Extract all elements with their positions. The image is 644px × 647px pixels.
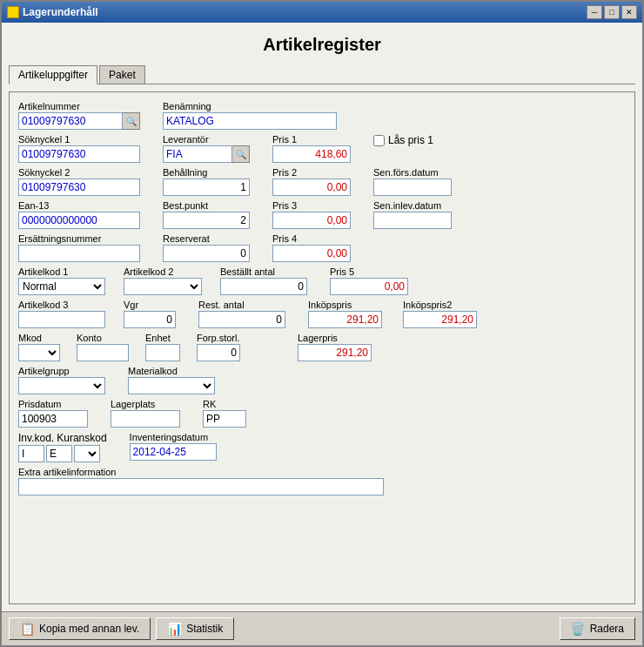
- lagerpris-input[interactable]: 291,20: [298, 344, 372, 361]
- pris4-input[interactable]: 0,00: [272, 245, 351, 262]
- ean13-input[interactable]: 0000000000000: [18, 212, 140, 229]
- pris1-group: Pris 1 418,60: [272, 134, 351, 163]
- lagerplats-input[interactable]: [111, 410, 180, 428]
- ersattningsnummer-input[interactable]: [18, 245, 140, 262]
- row-10: Prisdatum 100903 Lagerplats RK PP: [18, 399, 626, 428]
- tab-paket[interactable]: Paket: [99, 65, 145, 84]
- artikelkod2-label: Artikelkod 2: [124, 266, 202, 277]
- leverantor-browse-button[interactable]: 🔍: [232, 145, 250, 163]
- artikelnummer-browse-button[interactable]: 🔍: [123, 112, 140, 130]
- row-12: Extra artikelinformation: [18, 467, 626, 495]
- materialkod-select[interactable]: [128, 377, 215, 394]
- row-1: Artikelnummer 01009797630 🔍 Benämning KA…: [18, 101, 626, 130]
- leverantor-input-group: FIA 🔍: [163, 145, 250, 163]
- reserverat-input[interactable]: 0: [163, 245, 250, 262]
- row-6: Artikelkod 1 Normal Artikelkod 2 Beställ…: [18, 266, 626, 295]
- pris2-group: Pris 2 0,00: [272, 167, 351, 196]
- rk-input[interactable]: PP: [203, 410, 246, 428]
- bottom-bar: 📋 Kopia med annan lev. 📊 Statistik 🗑️ Ra…: [2, 611, 642, 645]
- benamning-group: Benämning KATALOG: [163, 101, 337, 130]
- vgr-input[interactable]: 0: [124, 311, 176, 328]
- kuranskod-select[interactable]: [74, 445, 100, 462]
- artikelkod2-group: Artikelkod 2: [124, 266, 202, 295]
- ean13-label: Ean-13: [18, 200, 140, 211]
- close-button[interactable]: ✕: [621, 5, 637, 19]
- rest-antal-input[interactable]: 0: [198, 311, 285, 328]
- pris2-input[interactable]: 0,00: [272, 179, 351, 196]
- artikelkod1-select[interactable]: Normal: [18, 278, 105, 295]
- behallning-group: Behållning 1: [163, 167, 250, 196]
- prisdatum-group: Prisdatum 100903: [18, 399, 88, 428]
- minimize-button[interactable]: ─: [587, 5, 602, 19]
- soknyckel1-label: Söknyckel 1: [18, 134, 140, 145]
- leverantor-label: Leverantör: [163, 134, 250, 145]
- titlebar: Lagerunderhåll ─ □ ✕: [2, 2, 642, 23]
- tab-artikeluppgifter[interactable]: Artikeluppgifter: [9, 65, 97, 84]
- pris3-input[interactable]: 0,00: [272, 212, 351, 229]
- bestalt-antal-label: Beställt antal: [220, 266, 307, 277]
- sen-fors-input[interactable]: [373, 179, 452, 196]
- enhet-group: Enhet: [145, 333, 180, 361]
- lagerpris-group: Lagerpris 291,20: [298, 333, 372, 361]
- artikelnummer-group: Artikelnummer 01009797630 🔍: [18, 101, 140, 130]
- invkod-input[interactable]: I: [18, 445, 44, 462]
- tab-bar: Artikeluppgifter Paket: [9, 65, 635, 84]
- vgr-group: Vgr 0: [124, 300, 176, 328]
- radera-label: Radera: [590, 623, 624, 635]
- extra-info-label: Extra artikelinformation: [18, 467, 626, 477]
- main-panel: Artikelnummer 01009797630 🔍 Benämning KA…: [9, 91, 635, 604]
- behallning-input[interactable]: 1: [163, 179, 250, 196]
- inkopspris2-group: Inköpspris2 291,20: [403, 300, 477, 328]
- best-punkt-group: Best.punkt 2: [163, 200, 250, 229]
- pris5-input[interactable]: 0,00: [330, 278, 408, 295]
- inventeringsdatum-group: Inventeringsdatum 2012-04-25: [130, 432, 217, 461]
- artikelgrupp-select[interactable]: [18, 377, 105, 394]
- leverantor-input[interactable]: FIA: [163, 145, 232, 163]
- row-4: Ean-13 0000000000000 Best.punkt 2 Pris 3…: [18, 200, 626, 229]
- maximize-button[interactable]: □: [604, 5, 620, 19]
- rest-antal-group: Rest. antal 0: [198, 300, 285, 328]
- soknyckel2-input[interactable]: 01009797630: [18, 179, 140, 196]
- mkod-select[interactable]: [18, 344, 60, 361]
- konto-label: Konto: [77, 333, 129, 343]
- ersattningsnummer-label: Ersättningsnummer: [18, 233, 140, 244]
- inkopspris-input[interactable]: 291,20: [308, 311, 382, 328]
- best-punkt-label: Best.punkt: [163, 200, 250, 211]
- benamning-input[interactable]: KATALOG: [163, 112, 337, 130]
- pris3-group: Pris 3 0,00: [272, 200, 351, 229]
- soknyckel1-input[interactable]: 01009797630: [18, 145, 140, 163]
- best-punkt-input[interactable]: 2: [163, 212, 250, 229]
- main-window: Lagerunderhåll ─ □ ✕ Artikelregister Art…: [0, 0, 644, 647]
- row-3: Söknyckel 2 01009797630 Behållning 1 Pri…: [18, 167, 626, 196]
- inkopspris-group: Inköpspris 291,20: [308, 300, 382, 328]
- artikelnummer-input-group: 01009797630 🔍: [18, 112, 140, 130]
- artikelkod2-select[interactable]: [124, 278, 202, 295]
- las-pris1-label: Lås pris 1: [388, 134, 433, 146]
- extra-info-input[interactable]: [18, 478, 384, 495]
- inventeringsdatum-input[interactable]: 2012-04-25: [130, 443, 217, 461]
- enhet-input[interactable]: [145, 344, 180, 361]
- konto-input[interactable]: [77, 344, 129, 361]
- forp-storl-input[interactable]: 0: [197, 344, 240, 361]
- mkod-group: Mkod: [18, 333, 60, 361]
- radera-button[interactable]: 🗑️ Radera: [560, 617, 635, 640]
- bestalt-antal-input[interactable]: 0: [220, 278, 307, 295]
- sen-inlev-input[interactable]: [373, 212, 452, 229]
- artikelkod3-input[interactable]: [18, 311, 105, 328]
- statistik-button[interactable]: 📊 Statistik: [156, 617, 234, 640]
- pris4-group: Pris 4 0,00: [272, 233, 351, 262]
- kopia-button[interactable]: 📋 Kopia med annan lev.: [9, 617, 151, 640]
- inkopspris2-input[interactable]: 291,20: [403, 311, 477, 328]
- pris3-label: Pris 3: [272, 200, 351, 211]
- sen-fors-label: Sen.förs.datum: [373, 167, 452, 178]
- pris1-input[interactable]: 418,60: [272, 145, 351, 163]
- prisdatum-input[interactable]: 100903: [18, 410, 88, 428]
- artikelnummer-input[interactable]: 01009797630: [18, 112, 123, 130]
- leverantor-group: Leverantör FIA 🔍: [163, 134, 250, 163]
- kuranskod-input[interactable]: E: [46, 445, 72, 462]
- las-pris1-checkbox[interactable]: [373, 135, 385, 146]
- row-11: Inv.kod. Kuranskod I E Inventeringsdatum…: [18, 432, 626, 462]
- behallning-label: Behållning: [163, 167, 250, 178]
- row-9: Artikelgrupp Materialkod: [18, 366, 626, 394]
- inventeringsdatum-label: Inventeringsdatum: [130, 432, 217, 442]
